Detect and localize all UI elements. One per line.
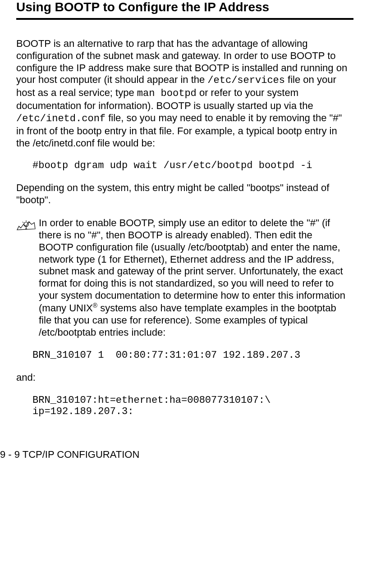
note-block: In order to enable BOOTP, simply use an … xyxy=(16,217,349,339)
paragraph-bootps: Depending on the system, this entry migh… xyxy=(16,182,349,206)
page-footer: 9 - 9 TCP/IP CONFIGURATION xyxy=(0,449,353,460)
code-block-bootptab1: BRN_310107 1 00:80:77:31:01:07 192.189.2… xyxy=(32,350,353,361)
inline-code: man bootpd xyxy=(137,88,197,99)
code-block-inetd: #bootp dgram udp wait /usr/etc/bootpd bo… xyxy=(32,160,353,171)
lightbulb-icon xyxy=(16,218,36,232)
section-rule xyxy=(16,18,353,20)
inline-code: /etc/services xyxy=(207,75,285,86)
svg-line-3 xyxy=(23,222,23,223)
inline-code: /etc/inetd.conf xyxy=(16,113,106,124)
paragraph-intro: BOOTP is an alternative to rarp that has… xyxy=(16,38,349,149)
text-span: In order to enable BOOTP, simply use an … xyxy=(39,217,345,314)
registered-mark: ® xyxy=(93,302,97,309)
section-title: Using BOOTP to Configure the IP Address xyxy=(16,0,353,14)
and-label: and: xyxy=(16,372,349,384)
note-text: In order to enable BOOTP, simply use an … xyxy=(39,217,349,339)
code-block-bootptab2: BRN_310107:ht=ethernet:ha=008077310107:\… xyxy=(32,395,353,417)
